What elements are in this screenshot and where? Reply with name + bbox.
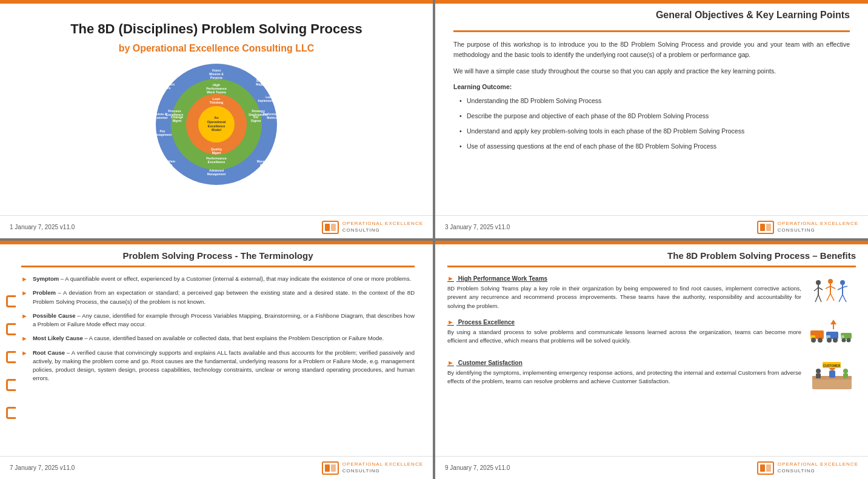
svg-point-29	[811, 338, 816, 343]
svg-rect-3	[758, 221, 773, 233]
slide1-title: The 8D (Disciplines) Problem Solving Pro…	[18, 21, 415, 38]
benefit-text-2: By using a standard process to solve pro…	[447, 328, 801, 346]
svg-point-37	[841, 338, 846, 343]
slide4-page: 9 January 7, 2025 v11.0	[445, 464, 510, 471]
benefit-title-2: ► Process Excellence	[447, 318, 801, 326]
slide4-logo: Operational Excellence Consulting	[757, 461, 858, 475]
diag-label-r1: LeanImplementation	[258, 95, 281, 102]
orange-label-bot: QualityMgmt	[204, 147, 229, 155]
term-text-5: Root Cause – A verified cause that convi…	[33, 349, 415, 383]
slide2-p1: The purpose of this workshop is to intro…	[453, 39, 850, 60]
slide4-orange-line	[447, 266, 856, 267]
slide-grid: The 8D (Disciplines) Problem Solving Pro…	[0, 0, 868, 479]
benefit-item-3: ► Customer Satisfaction By identifying t…	[447, 359, 856, 395]
svg-point-45	[816, 369, 821, 373]
benefit-title-1: ► High Performance Work Teams	[447, 275, 801, 282]
svg-line-13	[815, 295, 818, 302]
green-label-bot: PerformanceExcellence	[201, 156, 232, 164]
slide2-page: 3 January 7, 2025 v11.0	[445, 224, 510, 230]
svg-line-11	[814, 287, 818, 291]
svg-rect-53	[766, 464, 771, 472]
svg-rect-5	[766, 224, 771, 231]
term-list: ► Symptom – A quantifiable event or effe…	[21, 275, 415, 383]
c-icon-3	[6, 351, 16, 363]
svg-point-34	[833, 338, 838, 343]
term-text-1: Symptom – A quantifiable event or effect…	[33, 275, 412, 283]
benefit-svg-2	[809, 318, 855, 352]
benefit-left-1: ► High Performance Work Teams 8D Problem…	[447, 275, 801, 311]
slide1-page: 1 January 7, 2025 v11.0	[10, 224, 75, 230]
svg-rect-41	[812, 378, 852, 389]
term-item-3: ► Possible Cause – Any cause, identified…	[21, 312, 415, 329]
svg-line-17	[826, 286, 830, 289]
diag-label-tl: LearningFacilitationSkills	[155, 79, 179, 90]
logo-icon-4	[757, 461, 774, 475]
svg-rect-52	[760, 464, 765, 472]
slide2-bullet-4: Use of assessing questions at the end of…	[459, 141, 850, 152]
logo-text-1: Operational Excellence Consulting	[342, 221, 423, 233]
benefit-item-1: ► High Performance Work Teams 8D Problem…	[447, 275, 856, 311]
c-icon-1	[6, 295, 16, 307]
svg-point-9	[816, 280, 821, 285]
svg-rect-2	[331, 224, 336, 231]
svg-line-14	[818, 295, 821, 302]
benefit-image-2	[807, 318, 856, 352]
svg-point-33	[827, 338, 832, 343]
logo-text-4: Operational Excellence Consulting	[778, 461, 858, 474]
svg-point-30	[818, 338, 823, 343]
term-item-1: ► Symptom – A quantifiable event or effe…	[21, 275, 415, 283]
svg-point-47	[843, 369, 848, 373]
svg-line-23	[838, 287, 843, 290]
slide2-bullet-3: Understand and apply key problem-solving…	[459, 126, 850, 136]
svg-rect-7	[325, 464, 330, 472]
slide2-bullet-2: Describe the purpose and objective of ea…	[459, 111, 850, 121]
slide2-p2: We will have a simple case study through…	[453, 66, 850, 76]
orange-label-l: ChangeMgmt	[168, 115, 186, 122]
svg-line-12	[818, 287, 823, 290]
slide3-logo: Operational Excellence Consulting	[322, 461, 423, 475]
logo-text-2: Operational Excellence Consulting	[778, 221, 858, 233]
benefit-left-2: ► Process Excellence By using a standard…	[447, 318, 801, 352]
green-label-top: HighPerformanceWork Teams	[201, 83, 232, 94]
svg-rect-4	[760, 224, 765, 231]
svg-rect-6	[322, 462, 338, 474]
slide3-page: 7 January 7, 2025 v11.0	[10, 464, 75, 471]
benefit-arrow-1: ►	[447, 275, 454, 282]
subtitle-highlight: Operational Excellence Consulting LLC	[133, 43, 315, 53]
logo-icon-3	[322, 461, 339, 475]
svg-point-38	[846, 338, 850, 343]
slide-2: General Objectives & Key Learning Points…	[435, 0, 868, 238]
term-arrow-2: ►	[21, 289, 28, 296]
benefit-text-3: By identifying the symptoms, implementin…	[447, 369, 801, 386]
svg-rect-1	[325, 224, 330, 231]
term-arrow-3: ►	[21, 312, 28, 320]
diag-label-l2: KeyManagement	[151, 129, 174, 136]
benefit-image-1	[807, 275, 856, 311]
svg-rect-0	[322, 221, 338, 233]
term-text-2: Problem – A deviation from an expectatio…	[33, 289, 415, 306]
benefit-arrow-2: ►	[447, 318, 454, 326]
diag-label-bot: AdvancedManagement	[198, 169, 235, 176]
slide2-logo: Operational Excellence Consulting	[757, 221, 858, 234]
logo-icon-2	[757, 221, 774, 234]
slide4-footer: 9 January 7, 2025 v11.0 Operational Exce…	[435, 456, 868, 479]
term-text-3: Possible Cause – Any cause, identified f…	[33, 312, 415, 329]
benefit-title-3: ► Customer Satisfaction	[447, 359, 801, 366]
benefit-left-3: ► Customer Satisfaction By identifying t…	[447, 359, 801, 395]
svg-point-15	[828, 279, 833, 284]
orange-label-top: LeanThinking	[203, 97, 230, 104]
slide2-footer: 3 January 7, 2025 v11.0 Operational Exce…	[435, 215, 868, 238]
svg-text:CUSTOMER: CUSTOMER	[823, 364, 840, 367]
benefit-image-3: CUSTOMER	[807, 359, 856, 395]
c-icon-2	[6, 323, 16, 335]
center-label: AnOperationalExcellenceModel	[207, 116, 226, 132]
logo-text-3: Operational Excellence Consulting	[342, 461, 423, 474]
benefit-text-1: 8D Problem Solving Teams play a key role…	[447, 284, 801, 310]
c-icon-5	[6, 407, 16, 419]
slide1-footer: 1 January 7, 2025 v11.0 Operational Exce…	[0, 215, 433, 238]
benefit-item-2: ► Process Excellence By using a standard…	[447, 318, 856, 352]
svg-rect-48	[843, 373, 848, 378]
slide1-subtitle: by Operational Excellence Consulting LLC	[18, 43, 415, 54]
term-arrow-4: ►	[21, 335, 28, 342]
svg-line-24	[843, 286, 847, 287]
